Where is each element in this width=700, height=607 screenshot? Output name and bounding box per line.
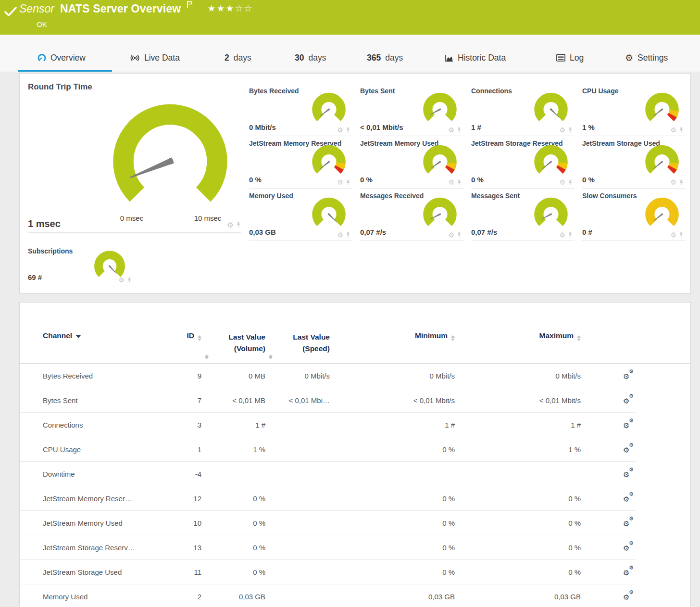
- gauge-value: 0 #: [582, 228, 592, 236]
- column-header-last-value-volume[interactable]: Last Value (Volume): [201, 325, 265, 363]
- table-row[interactable]: Bytes Received 9 0 MB 0 Mbit/s 0 Mbit/s …: [20, 364, 636, 388]
- channel-settings-icon[interactable]: ⚙⚙: [623, 394, 636, 405]
- column-header-channel[interactable]: Channel: [43, 325, 158, 363]
- pin-icon[interactable]: [679, 127, 684, 133]
- priority-stars[interactable]: ★★★☆☆: [207, 3, 253, 14]
- gauge-tile[interactable]: Subscriptions 69 # ⚙: [28, 243, 134, 286]
- tab-365-days[interactable]: 365 days: [367, 47, 403, 68]
- channel-name: JetStream Memory Reser…: [43, 494, 158, 503]
- channel-id: 3: [158, 421, 201, 429]
- table-row[interactable]: CPU Usage 1 1 % 0 % 1 % ⚙⚙: [20, 437, 636, 462]
- primary-gauge-tile[interactable]: Round Trip Time 0 msec 10 msec 1 msec ⚙: [28, 80, 241, 233]
- gear-icon[interactable]: ⚙: [227, 221, 234, 228]
- gear-icon[interactable]: ⚙: [559, 179, 565, 186]
- gear-icon[interactable]: ⚙: [670, 179, 676, 186]
- table-row[interactable]: Memory Used 2 0,03 GB 0,03 GB 0,03 GB ⚙⚙: [20, 584, 636, 607]
- table-row[interactable]: JetStream Memory Reser… 12 0 % 0 % 0 % ⚙…: [20, 486, 636, 511]
- gauge-title: Round Trip Time: [28, 82, 92, 92]
- pin-icon[interactable]: [457, 179, 462, 186]
- gauge-tile[interactable]: JetStream Storage Used 0 % ⚙: [582, 136, 686, 189]
- table-row[interactable]: JetStream Memory Used 10 0 % 0 % 0 % ⚙⚙: [20, 511, 636, 535]
- table-row[interactable]: JetStream Storage Reserv… 13 0 % 0 % 0 %…: [20, 535, 636, 560]
- gear-icon[interactable]: ⚙: [559, 231, 565, 238]
- pin-icon[interactable]: [679, 232, 684, 238]
- gauge: [421, 91, 459, 126]
- round-trip-time-gauge: [110, 98, 230, 218]
- pin-icon[interactable]: [457, 232, 462, 238]
- gauge-tile[interactable]: JetStream Memory Used 0 % ⚙: [360, 136, 463, 189]
- table-header-row: Channel ID Last Value (Volume) Last Valu…: [20, 325, 690, 364]
- pin-icon[interactable]: [346, 232, 350, 238]
- pin-icon[interactable]: [127, 277, 132, 283]
- gear-icon[interactable]: ⚙: [337, 231, 343, 238]
- pin-icon[interactable]: [236, 222, 241, 228]
- tab-30-days[interactable]: 30 days: [295, 47, 326, 68]
- gauge-tile[interactable]: JetStream Memory Reserved 0 % ⚙: [249, 136, 352, 189]
- pin-icon[interactable]: [568, 232, 573, 238]
- tab-historic-data[interactable]: Historic Data: [445, 47, 506, 68]
- gauge-tile[interactable]: Messages Sent 0,07 #/s ⚙: [471, 188, 575, 241]
- gear-icon[interactable]: ⚙: [448, 179, 454, 186]
- tab-log[interactable]: Log: [556, 47, 584, 68]
- minimum-value: 0 %: [330, 445, 455, 454]
- pin-icon[interactable]: [568, 179, 573, 186]
- gauge: [532, 91, 570, 126]
- pin-icon[interactable]: [346, 179, 350, 186]
- minimum-value: 0 Mbit/s: [330, 372, 455, 380]
- gauge-tile[interactable]: Messages Received 0,07 #/s ⚙: [360, 188, 463, 241]
- channel-settings-icon[interactable]: ⚙⚙: [623, 369, 636, 381]
- table-row[interactable]: Connections 3 1 # 1 # 1 # ⚙⚙: [20, 413, 636, 437]
- channel-name: JetStream Storage Used: [43, 568, 158, 576]
- gauge-tile[interactable]: Bytes Received 0 Mbit/s ⚙: [249, 83, 352, 136]
- gear-icon[interactable]: ⚙: [118, 277, 125, 283]
- gauge-value: 0,03 GB: [249, 228, 276, 236]
- gauge-tile[interactable]: JetStream Storage Reserved 0 % ⚙: [471, 136, 575, 189]
- table-row[interactable]: JetStream Storage Used 11 0 % 0 % 0 % ⚙⚙: [20, 560, 636, 584]
- gauge-value: 0,07 #/s: [360, 228, 386, 236]
- gear-icon[interactable]: ⚙: [448, 231, 454, 238]
- channel-settings-icon[interactable]: ⚙⚙: [623, 418, 636, 430]
- gauge-tile[interactable]: Memory Used 0,03 GB ⚙: [249, 188, 352, 241]
- channel-settings-icon[interactable]: ⚙⚙: [623, 468, 636, 479]
- gear-icon[interactable]: ⚙: [670, 126, 676, 133]
- tab-settings[interactable]: ⚙ Settings: [625, 47, 668, 68]
- table-row[interactable]: Bytes Sent 7 < 0,01 MB < 0,01 Mbi… < 0,0…: [20, 388, 636, 413]
- channel-settings-icon[interactable]: ⚙⚙: [623, 541, 636, 553]
- sort-icon: [269, 354, 330, 359]
- table-row[interactable]: Downtime -4 ⚙⚙: [20, 462, 636, 486]
- column-header-last-value-speed[interactable]: Last Value (Speed): [265, 325, 330, 363]
- last-value-speed: 0 Mbit/s: [265, 372, 330, 380]
- channel-name: JetStream Memory Used: [43, 519, 158, 527]
- gauge-tile[interactable]: Connections 1 # ⚙: [471, 83, 575, 136]
- tab-overview[interactable]: Overview: [38, 47, 86, 68]
- column-header-id[interactable]: ID: [158, 325, 201, 363]
- gear-icon[interactable]: ⚙: [337, 179, 343, 186]
- channel-settings-icon[interactable]: ⚙⚙: [623, 492, 636, 504]
- tab-2-days[interactable]: 2 days: [225, 47, 251, 68]
- tab-label: Live Data: [144, 53, 180, 63]
- minimum-value: 0 %: [330, 568, 455, 576]
- channel-settings-icon[interactable]: ⚙⚙: [623, 566, 636, 577]
- gear-icon[interactable]: ⚙: [670, 231, 676, 238]
- channel-id: 9: [158, 372, 201, 380]
- minimum-value: < 0,01 Mbit/s: [330, 396, 455, 405]
- gauge: [421, 143, 459, 179]
- gear-icon[interactable]: ⚙: [448, 126, 454, 133]
- gauge-tile[interactable]: CPU Usage 1 % ⚙: [582, 83, 686, 136]
- tab-live-data[interactable]: Live Data: [130, 47, 180, 68]
- gauge-tile[interactable]: Bytes Sent < 0,01 Mbit/s ⚙: [360, 83, 463, 136]
- pin-icon[interactable]: [346, 127, 350, 133]
- column-header-maximum[interactable]: Maximum: [455, 325, 581, 363]
- channel-settings-icon[interactable]: ⚙⚙: [623, 443, 636, 455]
- channel-settings-icon[interactable]: ⚙⚙: [623, 517, 636, 528]
- channel-settings-icon[interactable]: ⚙⚙: [623, 590, 636, 602]
- gear-icon[interactable]: ⚙: [337, 126, 343, 133]
- pin-icon[interactable]: [679, 179, 684, 186]
- gear-icon[interactable]: ⚙: [559, 126, 565, 133]
- column-header-minimum[interactable]: Minimum: [330, 325, 455, 363]
- gauge-tile[interactable]: Slow Consumers 0 # ⚙: [582, 188, 686, 241]
- pin-icon[interactable]: [457, 127, 462, 133]
- pin-icon[interactable]: [568, 127, 573, 133]
- minimum-value: 0 %: [330, 544, 455, 552]
- tab-label: Historic Data: [458, 53, 506, 63]
